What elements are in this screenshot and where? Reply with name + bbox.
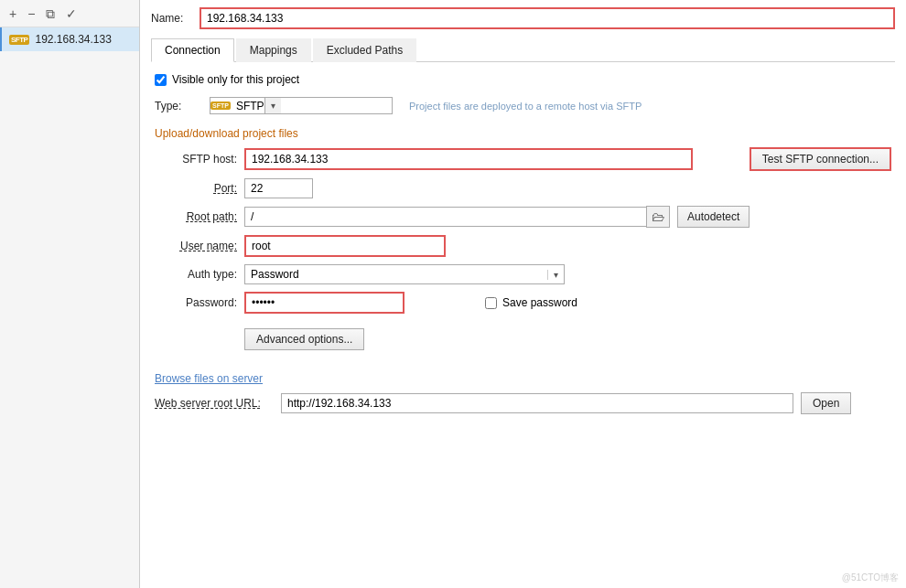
save-password-label: Save password <box>502 296 577 309</box>
sftp-icon: SFTP <box>9 35 29 45</box>
type-select-inner: SFTP SFTP <box>210 100 264 112</box>
root-path-row: Root path: 🗁 Autodetect <box>155 206 891 228</box>
browse-folder-button[interactable]: 🗁 <box>646 206 670 228</box>
main-panel: Name: Connection Mappings Excluded Paths… <box>140 0 906 588</box>
password-input[interactable] <box>244 292 404 314</box>
auth-type-row: Auth type: Password ▾ <box>155 264 891 284</box>
type-select[interactable]: SFTP SFTP ▾ <box>210 97 393 114</box>
sidebar-item-label: 192.168.34.133 <box>35 33 111 46</box>
ok-button[interactable]: ✓ <box>62 5 81 22</box>
form-content: Visible only for this project Type: SFTP… <box>151 73 895 414</box>
tab-connection[interactable]: Connection <box>151 38 234 62</box>
visible-only-label: Visible only for this project <box>172 73 299 86</box>
type-value: SFTP <box>236 100 264 112</box>
name-label: Name: <box>151 12 192 25</box>
tab-excluded-paths[interactable]: Excluded Paths <box>313 38 416 62</box>
sftp-host-row: SFTP host: Test SFTP connection... <box>155 147 891 171</box>
web-url-label: Web server root URL: <box>155 397 274 410</box>
browse-files-link[interactable]: Browse files on server <box>155 372 891 385</box>
sftp-type-icon: SFTP <box>210 102 231 110</box>
tabs: Connection Mappings Excluded Paths <box>151 38 895 62</box>
port-label: Port: <box>155 182 237 195</box>
copy-button[interactable]: ⧉ <box>42 5 59 22</box>
browse-section: Browse files on server Web server root U… <box>155 372 891 414</box>
sftp-host-label: SFTP host: <box>155 153 237 166</box>
save-password-row: Save password <box>485 296 577 309</box>
tab-mappings[interactable]: Mappings <box>236 38 311 62</box>
visible-only-row: Visible only for this project <box>155 73 891 86</box>
open-button[interactable]: Open <box>801 392 851 414</box>
toolbar: + − ⧉ ✓ <box>0 0 139 27</box>
username-label: User name: <box>155 240 237 252</box>
advanced-options-button[interactable]: Advanced options... <box>244 328 364 350</box>
sidebar-item-server[interactable]: SFTP 192.168.34.133 <box>0 27 139 51</box>
upload-section-title: Upload/download project files <box>155 127 891 140</box>
port-row: Port: <box>155 178 891 198</box>
save-password-checkbox[interactable] <box>485 297 497 309</box>
name-input[interactable] <box>200 7 895 29</box>
auth-type-value: Password <box>245 265 547 283</box>
username-input[interactable] <box>244 235 446 257</box>
advanced-row: Advanced options... <box>155 328 891 350</box>
autodetect-button[interactable]: Autodetect <box>677 206 750 228</box>
type-dropdown-arrow[interactable]: ▾ <box>264 98 281 113</box>
visible-only-checkbox[interactable] <box>155 74 167 86</box>
auth-type-select-wrapper[interactable]: Password ▾ <box>244 264 565 284</box>
test-connection-button[interactable]: Test SFTP connection... <box>750 147 891 171</box>
web-url-row: Web server root URL: Open <box>155 392 891 414</box>
auth-type-arrow[interactable]: ▾ <box>547 270 564 280</box>
name-row: Name: <box>151 7 895 29</box>
watermark: @51CTO博客 <box>842 572 899 584</box>
auth-type-label: Auth type: <box>155 268 237 281</box>
type-hint: Project files are deployed to a remote h… <box>409 101 642 112</box>
password-row: Password: Save password <box>155 292 891 314</box>
root-path-label: Root path: <box>155 210 237 223</box>
password-label: Password: <box>155 296 237 309</box>
root-path-wrapper: 🗁 <box>244 206 670 228</box>
web-url-input[interactable] <box>281 393 793 413</box>
type-row: Type: SFTP SFTP ▾ Project files are depl… <box>155 97 891 114</box>
add-button[interactable]: + <box>5 5 20 22</box>
username-row: User name: <box>155 235 891 257</box>
sidebar: + − ⧉ ✓ SFTP 192.168.34.133 <box>0 0 140 588</box>
port-input[interactable] <box>244 178 313 198</box>
remove-button[interactable]: − <box>24 5 38 22</box>
sftp-host-input[interactable] <box>244 148 693 170</box>
root-path-input[interactable] <box>244 207 647 227</box>
type-label: Type: <box>155 100 200 112</box>
